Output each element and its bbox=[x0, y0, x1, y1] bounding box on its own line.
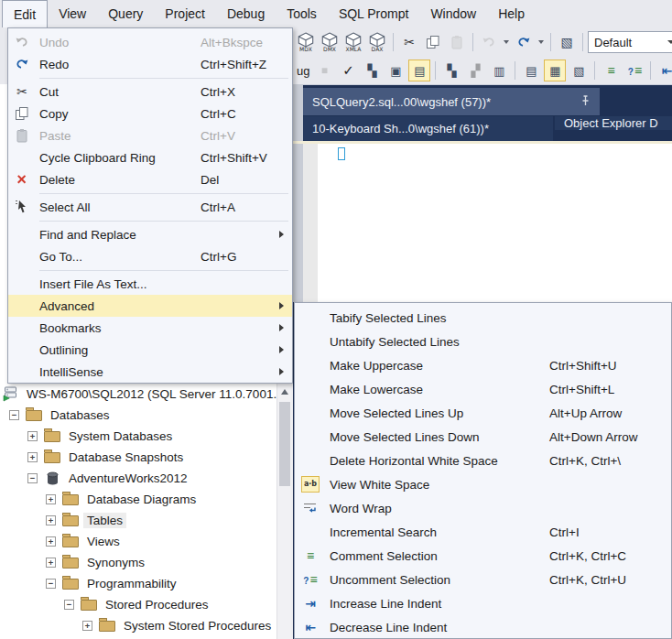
edit-menu-item-go-to[interactable]: Go To...Ctrl+G bbox=[8, 245, 292, 267]
tree-node-tables[interactable]: +Tables bbox=[0, 510, 276, 531]
menu-view[interactable]: View bbox=[48, 0, 97, 27]
dropdown-caret-icon[interactable] bbox=[538, 40, 544, 44]
comment-selection-icon[interactable]: ≡ bbox=[600, 60, 622, 81]
collapse-icon[interactable]: − bbox=[27, 473, 38, 483]
edit-menu-item-redo[interactable]: RedoCtrl+Shift+Z bbox=[8, 53, 292, 75]
uncomment-selection-icon[interactable]: ?≡ bbox=[623, 60, 645, 81]
edit-menu-item-cycle-clipboard-ring[interactable]: Cycle Clipboard RingCtrl+Shift+V bbox=[8, 146, 292, 168]
tree-node-ws-m6700-sql2012-sql-server-11-0-7001-0[interactable]: +WS-M6700\SQL2012 (SQL Server 11.0.7001.… bbox=[0, 384, 276, 405]
advanced-menu-item-delete-horizontal-white-space[interactable]: Delete Horizontal White SpaceCtrl+K, Ctr… bbox=[295, 449, 671, 472]
tree-node-synonyms[interactable]: +Synonyms bbox=[0, 552, 276, 573]
client-statistics-icon[interactable]: ▥ bbox=[488, 60, 510, 81]
tab-10-keyboard[interactable]: 10-Keyboard Sh...0\wgshef (61))* bbox=[303, 116, 553, 141]
advanced-menu-item-tabify-selected-lines[interactable]: Tabify Selected Lines bbox=[295, 306, 671, 330]
edit-menu-item-advanced[interactable]: Advanced bbox=[8, 295, 292, 317]
expand-icon[interactable]: + bbox=[46, 494, 56, 504]
tree-node-database-diagrams[interactable]: +Database Diagrams bbox=[0, 489, 276, 510]
tree-node-programmability[interactable]: −Programmability bbox=[0, 573, 276, 594]
menu-help[interactable]: Help bbox=[487, 0, 536, 27]
menu-edit[interactable]: Edit bbox=[2, 0, 48, 27]
menu-window[interactable]: Window bbox=[419, 0, 487, 27]
redo-icon[interactable] bbox=[513, 31, 535, 53]
dmx-query-icon[interactable]: DMX bbox=[319, 31, 341, 53]
edit-menu-item-copy[interactable]: CopyCtrl+C bbox=[8, 103, 292, 125]
toolbar-combo-1[interactable]: Default bbox=[588, 31, 672, 53]
advanced-menu-item-view-white-space[interactable]: a·bView White Space bbox=[295, 472, 671, 496]
menu-item-label: Bookmarks bbox=[36, 321, 102, 335]
expand-icon[interactable]: + bbox=[82, 621, 92, 631]
advanced-menu-item-increase-line-indent[interactable]: ⇥Increase Line Indent bbox=[295, 591, 671, 615]
tree-node-adventureworks2012[interactable]: −AdventureWorks2012 bbox=[0, 468, 276, 489]
cut-icon[interactable]: ✂ bbox=[398, 31, 420, 53]
stop-debug-icon[interactable]: ■ bbox=[313, 60, 335, 81]
advanced-menu-item-word-wrap[interactable]: Word Wrap bbox=[295, 496, 671, 520]
advanced-menu-item-decrease-line-indent[interactable]: ⇤Decrease Line Indent bbox=[295, 615, 671, 639]
edit-menu-item-intellisense[interactable]: IntelliSense bbox=[8, 361, 292, 383]
advanced-menu-item-incremental-search[interactable]: Incremental SearchCtrl+I bbox=[295, 520, 671, 544]
edit-menu-item-cut[interactable]: ✂CutCtrl+X bbox=[8, 81, 292, 103]
tree-node-stored-procedures[interactable]: −Stored Procedures bbox=[0, 594, 276, 615]
results-to-grid-icon[interactable]: ▦ bbox=[544, 60, 566, 81]
paste-icon[interactable] bbox=[446, 31, 468, 53]
tree-node-system-databases[interactable]: +System Databases bbox=[0, 426, 276, 447]
expand-icon[interactable]: + bbox=[46, 558, 56, 568]
collapse-icon[interactable]: − bbox=[46, 579, 56, 589]
scroll-up-arrow-icon[interactable] bbox=[281, 389, 288, 395]
collapse-icon[interactable]: − bbox=[64, 600, 74, 610]
edit-menu-item-outlining[interactable]: Outlining bbox=[8, 339, 292, 361]
dropdown-caret-icon[interactable] bbox=[504, 40, 509, 44]
advanced-menu-item-uncomment-selection[interactable]: ?≡Uncomment SelectionCtrl+K, Ctrl+U bbox=[295, 568, 671, 591]
advanced-menu-item-untabify-selected-lines[interactable]: Untabify Selected Lines bbox=[295, 330, 671, 353]
tree-node-database-snapshots[interactable]: +Database Snapshots bbox=[0, 447, 276, 468]
object-explorer-scrollbar[interactable] bbox=[276, 384, 293, 639]
results-to-text-icon[interactable]: ▤ bbox=[520, 60, 542, 81]
edit-menu-item-paste[interactable]: PasteCtrl+V bbox=[8, 125, 292, 146]
edit-menu-item-delete[interactable]: ×DeleteDel bbox=[8, 168, 292, 190]
tree-node-system-stored-procedures[interactable]: +System Stored Procedures bbox=[0, 615, 276, 636]
debug-button-label[interactable]: ug bbox=[295, 64, 311, 78]
collapse-icon[interactable]: − bbox=[9, 410, 19, 420]
scrollbar-thumb[interactable] bbox=[279, 402, 290, 486]
edit-menu-item-find-and-replace[interactable]: Find and Replace bbox=[8, 223, 292, 245]
decrease-indent-icon[interactable]: ⇤ bbox=[656, 60, 672, 81]
execution-plan-icon[interactable]: ▚ bbox=[440, 60, 462, 81]
dax-query-icon[interactable]: DAX bbox=[366, 31, 388, 53]
copy-icon[interactable] bbox=[422, 31, 444, 53]
menu-project[interactable]: Project bbox=[154, 0, 216, 27]
mdx-query-icon[interactable]: MDX bbox=[295, 31, 317, 53]
query-options-icon[interactable]: ▣ bbox=[385, 60, 406, 81]
tree-node-databases[interactable]: −Databases bbox=[0, 405, 276, 426]
live-statistics-icon[interactable]: ▞ bbox=[464, 60, 486, 81]
advanced-menu-item-make-lowercase[interactable]: Make LowercaseCtrl+Shift+L bbox=[295, 377, 671, 401]
parse-query-icon[interactable]: ✓ bbox=[337, 60, 359, 81]
tree-node-views[interactable]: +Views bbox=[0, 531, 276, 552]
edit-menu-item-bookmarks[interactable]: Bookmarks bbox=[8, 317, 292, 339]
menu-query[interactable]: Query bbox=[97, 0, 154, 27]
panel-splitter[interactable] bbox=[293, 84, 303, 302]
analysis-icon[interactable]: ▧ bbox=[556, 31, 578, 53]
edit-menu-item-undo[interactable]: UndoAlt+Bkspce bbox=[8, 31, 292, 53]
tab-sqlquery2-pinned[interactable]: SQLQuery2.sql...00\wgshef (57))* bbox=[303, 88, 600, 115]
advanced-menu-item-move-selected-lines-up[interactable]: Move Selected Lines UpAlt+Up Arrow bbox=[295, 401, 671, 425]
menu-sql-prompt[interactable]: SQL Prompt bbox=[328, 0, 420, 27]
undo-icon[interactable] bbox=[478, 31, 500, 53]
tab-object-explorer-details[interactable]: Object Explorer D bbox=[555, 116, 672, 130]
results-to-file-icon[interactable]: ▧ bbox=[568, 60, 590, 81]
expand-icon[interactable]: + bbox=[27, 452, 38, 462]
edit-menu-item-insert-file-as-text[interactable]: Insert File As Text... bbox=[8, 273, 292, 295]
query-editor[interactable] bbox=[303, 144, 672, 302]
advanced-menu-item-comment-selection[interactable]: ≡Comment SelectionCtrl+K, Ctrl+C bbox=[295, 544, 671, 568]
combo-caret-icon[interactable] bbox=[667, 40, 672, 44]
expand-icon[interactable]: + bbox=[27, 431, 38, 441]
edit-menu-item-select-all[interactable]: Select AllCtrl+A bbox=[8, 196, 292, 218]
intellisense-enabled-icon[interactable]: ▤ bbox=[408, 60, 430, 81]
xmla-query-icon[interactable]: XMLA bbox=[342, 31, 364, 53]
expand-icon[interactable]: + bbox=[46, 515, 56, 525]
pin-icon[interactable] bbox=[580, 95, 591, 109]
expand-icon[interactable]: + bbox=[46, 536, 56, 547]
advanced-menu-item-make-uppercase[interactable]: Make UppercaseCtrl+Shift+U bbox=[295, 353, 671, 377]
advanced-menu-item-move-selected-lines-down[interactable]: Move Selected Lines DownAlt+Down Arrow bbox=[295, 425, 671, 449]
menu-tools[interactable]: Tools bbox=[276, 0, 328, 27]
estimated-plan-icon[interactable]: ▚ bbox=[361, 60, 383, 81]
menu-debug[interactable]: Debug bbox=[216, 0, 276, 27]
